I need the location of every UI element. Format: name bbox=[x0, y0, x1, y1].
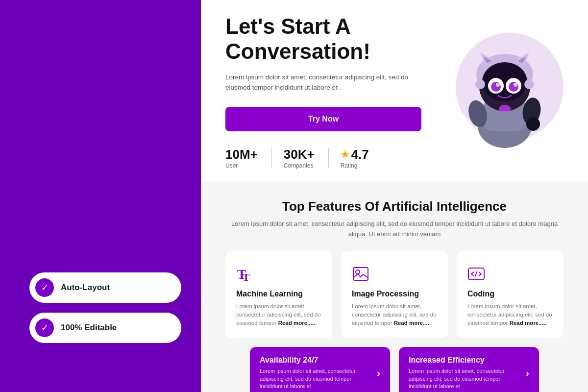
robot-illustration bbox=[456, 28, 554, 155]
bottom-banners: Availability 24/7 Lorem ipsum dolor sit … bbox=[225, 347, 564, 392]
stat-users: 10M+ User bbox=[225, 147, 271, 169]
efficiency-arrow-icon: › bbox=[526, 368, 529, 379]
svg-point-12 bbox=[524, 79, 534, 89]
svg-point-7 bbox=[491, 82, 501, 92]
feature-image-processing-text: Lorem ipsum dolor sit amet, consectetur … bbox=[352, 302, 437, 328]
efficiency-title: Increased Efficiency bbox=[409, 356, 520, 365]
feature-card-image-processing: Image Processing Lorem ipsum dolor sit a… bbox=[341, 251, 448, 339]
hero-robot-image bbox=[446, 23, 564, 160]
feature-coding-text: Lorem ipsum dolor sit amet, consectetur … bbox=[467, 302, 553, 328]
svg-point-9 bbox=[496, 83, 500, 87]
svg-point-16 bbox=[499, 105, 511, 113]
efficiency-desc: Lorem ipsum dolor sit amet, consectetur … bbox=[409, 368, 520, 390]
sidebar: ✓ Auto-Layout ✓ 100% Editable bbox=[0, 0, 201, 392]
hero-title: Let's Start A Conversation! bbox=[225, 14, 436, 64]
feature-machine-learning-name: Machine Learning bbox=[236, 290, 321, 298]
availability-title: Availability 24/7 bbox=[260, 356, 371, 365]
hero-text-area: Let's Start A Conversation! Lorem ipsum … bbox=[225, 14, 436, 169]
auto-layout-badge[interactable]: ✓ Auto-Layout bbox=[29, 272, 181, 303]
efficiency-banner[interactable]: Increased Efficiency Lorem ipsum dolor s… bbox=[399, 347, 539, 392]
feature-machine-learning-text: Lorem ipsum dolor sit amet, consectetur … bbox=[236, 302, 321, 328]
stat-rating: ★ 4.7 Rating bbox=[341, 147, 383, 169]
availability-desc: Lorem ipsum dolor sit amet, consectetur … bbox=[260, 368, 371, 390]
editable-check-icon: ✓ bbox=[35, 318, 54, 337]
hero-stats: 10M+ User 30K+ Companies ★ 4.7 Rating bbox=[225, 147, 436, 169]
auto-layout-check-icon: ✓ bbox=[35, 278, 54, 297]
stat-rating-value: ★ 4.7 bbox=[341, 147, 369, 162]
stat-companies-label: Companies bbox=[284, 162, 314, 169]
stat-companies-value: 30K+ bbox=[284, 147, 315, 162]
hero-section: Let's Start A Conversation! Lorem ipsum … bbox=[201, 0, 588, 181]
feature-card-coding: Coding Lorem ipsum dolor sit amet, conse… bbox=[457, 251, 564, 339]
features-section: Top Features Of Artificial Intelligence … bbox=[201, 181, 588, 392]
stat-rating-label: Rating bbox=[341, 162, 358, 169]
stat-users-label: User bbox=[225, 162, 238, 169]
editable-badge[interactable]: ✓ 100% Editable bbox=[29, 313, 181, 343]
svg-point-11 bbox=[475, 79, 485, 89]
image-processing-read-more[interactable]: Read more..... bbox=[394, 320, 431, 326]
availability-banner[interactable]: Availability 24/7 Lorem ipsum dolor sit … bbox=[250, 347, 390, 392]
availability-banner-text: Availability 24/7 Lorem ipsum dolor sit … bbox=[260, 356, 371, 390]
feature-cards-container: T T Machine Learning Lorem ipsum dolor s… bbox=[225, 251, 564, 339]
features-description: Lorem ipsum dolor sit amet, consectetur … bbox=[225, 219, 564, 240]
hero-description: Lorem ipsum dolor sit amet, consectetur … bbox=[225, 72, 412, 93]
stat-companies: 30K+ Companies bbox=[284, 147, 328, 169]
feature-image-processing-name: Image Processing bbox=[352, 290, 437, 298]
editable-label: 100% Editable bbox=[61, 323, 117, 333]
stat-divider-1 bbox=[271, 148, 272, 168]
coding-icon bbox=[467, 265, 553, 283]
star-icon: ★ bbox=[341, 148, 349, 160]
auto-layout-label: Auto-Layout bbox=[61, 283, 110, 293]
feature-card-machine-learning: T T Machine Learning Lorem ipsum dolor s… bbox=[225, 251, 332, 339]
svg-text:T: T bbox=[243, 271, 250, 283]
coding-read-more[interactable]: Read more..... bbox=[510, 320, 546, 326]
svg-point-10 bbox=[514, 83, 517, 87]
svg-point-8 bbox=[509, 82, 518, 92]
image-processing-icon bbox=[352, 265, 437, 283]
stat-users-value: 10M+ bbox=[225, 147, 258, 162]
main-content: Let's Start A Conversation! Lorem ipsum … bbox=[201, 0, 588, 392]
availability-arrow-icon: › bbox=[377, 368, 380, 379]
try-now-button[interactable]: Try Now bbox=[225, 107, 421, 131]
svg-point-15 bbox=[526, 117, 540, 131]
feature-coding-name: Coding bbox=[467, 290, 553, 298]
features-title: Top Features Of Artificial Intelligence bbox=[225, 199, 564, 214]
efficiency-banner-text: Increased Efficiency Lorem ipsum dolor s… bbox=[409, 356, 520, 390]
machine-learning-read-more[interactable]: Read more..... bbox=[278, 320, 315, 326]
machine-learning-icon: T T bbox=[236, 265, 321, 283]
stat-divider-2 bbox=[328, 148, 329, 168]
svg-point-4 bbox=[482, 62, 527, 101]
svg-rect-23 bbox=[353, 268, 368, 280]
